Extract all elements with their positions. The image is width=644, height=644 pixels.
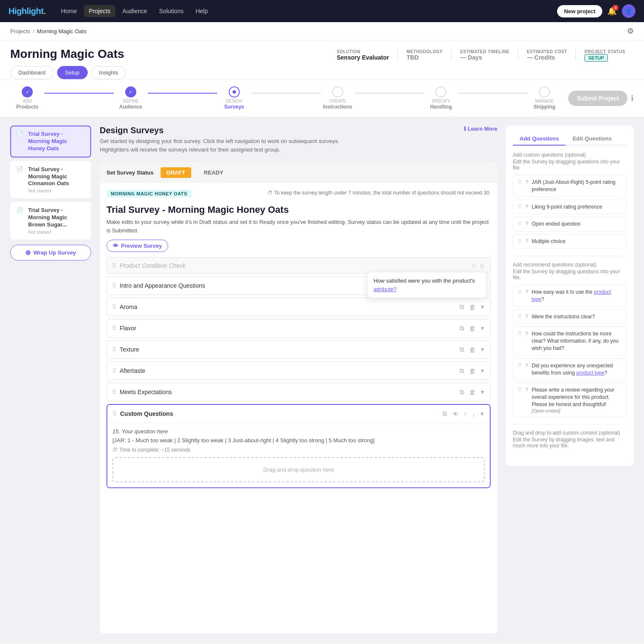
settings-icon[interactable]: ⚙ — [627, 27, 634, 35]
section-flavor-copy[interactable]: ⧉ — [459, 323, 465, 333]
section-aftertaste-header[interactable]: ⠿ Aftertaste ⧉ 🗑 ▾ — [107, 362, 490, 380]
q-easy-link[interactable]: product type — [532, 289, 611, 302]
rp-q-multiple[interactable]: ⠿ ? Multiple choice — [513, 234, 627, 249]
step-instructions-title: Instructions — [323, 104, 352, 110]
tooltip-box: How satisfied were you with the product'… — [367, 272, 486, 298]
step-products[interactable]: ✓ ADD Products — [10, 86, 44, 110]
section-flavor-delete[interactable]: 🗑 — [469, 324, 477, 333]
rp-q-benefits[interactable]: ⠿ ? Did you experience any unexpected be… — [513, 358, 627, 381]
section-texture-header[interactable]: ⠿ Texture ⧉ 🗑 ▾ — [107, 341, 490, 358]
cq-time-complete: ⏱ Time to complete: ~15 seconds — [112, 447, 485, 453]
status-ready-button[interactable]: READY — [198, 167, 230, 178]
section-aftertaste-delete[interactable]: 🗑 — [469, 366, 477, 375]
product-condition-drag: ⠿ — [112, 262, 116, 269]
section-aroma-delete[interactable]: 🗑 — [469, 303, 477, 312]
submit-help-icon[interactable]: ℹ — [631, 94, 634, 103]
delete-icon-disabled: 🗑 — [479, 262, 485, 269]
nav-help[interactable]: Help — [190, 5, 213, 17]
solution-value: Sensory Evaluator — [337, 54, 389, 61]
stepper: ✓ ADD Products ✓ DEFINE Audience DESIGN … — [0, 80, 644, 117]
section-texture-copy[interactable]: ⧉ — [459, 345, 465, 354]
q-open-drag: ⠿ — [518, 220, 522, 227]
cq-expand[interactable]: ▾ — [480, 409, 485, 418]
nav-audience[interactable]: Audience — [117, 5, 152, 17]
section-texture-expand[interactable]: ▾ — [480, 345, 485, 354]
learn-more-link[interactable]: ℹ Learn More — [464, 126, 497, 132]
step-instructions-label: CREATE — [329, 99, 346, 103]
rp-q-liking[interactable]: ⠿ ? Liking 9-point rating preference — [513, 200, 627, 215]
tab-dashboard[interactable]: Dashboard — [10, 66, 54, 79]
nav-projects[interactable]: Projects — [84, 5, 116, 17]
nav-home[interactable]: Home — [56, 5, 82, 17]
survey-1-title: Trial Survey - Morning Magic Honey Oats — [28, 131, 85, 152]
step-audience[interactable]: ✓ DEFINE Audience — [114, 86, 148, 110]
meta-solution: SOLUTION Sensory Evaluator — [337, 49, 398, 61]
section-aftertaste-copy[interactable]: ⧉ — [459, 366, 465, 375]
section-me-delete[interactable]: 🗑 — [469, 388, 477, 397]
sidebar-survey-3[interactable]: 📄 Trial Survey - Morning Magic Brown Sug… — [10, 202, 91, 240]
new-project-button[interactable]: New project — [557, 5, 602, 17]
status-label: PROJECT STATUS — [584, 49, 625, 54]
section-flavor-expand[interactable]: ▾ — [480, 323, 485, 333]
tooltip-link[interactable]: attribute? — [374, 286, 397, 292]
rp-rq-desc: Edit the Survey by dragging questions in… — [513, 269, 627, 280]
q-benefits-link[interactable]: product type — [576, 370, 604, 376]
survey-editor-title: Trial Survey - Morning Magic Honey Oats — [106, 204, 491, 215]
cq-copy[interactable]: ⧉ — [442, 409, 448, 418]
q-instructions-clear-icon: ? — [525, 330, 528, 337]
q-instructions-text: Were the instructions clear? — [532, 313, 595, 321]
rp-q-instructions-clear[interactable]: ⠿ ? How could the instructions be more c… — [513, 326, 627, 355]
survey-panel: Design Surveys Get started by designing … — [100, 126, 497, 633]
survey-3-status: Not started — [28, 229, 85, 235]
section-me-expand[interactable]: ▾ — [480, 387, 485, 397]
rp-q-instructions[interactable]: ⠿ ? Were the instructions clear? — [513, 309, 627, 324]
status-draft-button[interactable]: DRAFT — [161, 167, 191, 178]
step-shipping[interactable]: MANAGE Shipping — [527, 86, 561, 110]
step-handling[interactable]: SPECIFY Handling — [424, 86, 458, 110]
section-meets-expectations-header[interactable]: ⠿ Meets Expectations ⧉ 🗑 ▾ — [107, 383, 490, 401]
clock-icon: ⏱ — [267, 190, 273, 196]
section-aftertaste-expand[interactable]: ▾ — [480, 366, 485, 375]
section-texture-delete[interactable]: 🗑 — [469, 345, 477, 354]
drop-zone[interactable]: Drag and drop question here — [112, 457, 485, 482]
wrap-up-survey-button[interactable]: ⊕ Wrap Up Survey — [10, 245, 91, 260]
preview-survey-button[interactable]: 👁 Preview Survey — [106, 240, 168, 252]
sidebar-survey-2[interactable]: 📄 Trial Survey - Morning Magic Cinnamon … — [10, 161, 91, 199]
tab-insights[interactable]: Insights — [91, 66, 126, 79]
breadcrumb-parent[interactable]: Projects — [10, 28, 30, 34]
section-aroma-copy[interactable]: ⧉ — [459, 302, 465, 312]
rp-q-review[interactable]: ⠿ ? Please write a review regarding your… — [513, 383, 627, 417]
clock-icon-2: ⏱ — [112, 447, 118, 453]
step-surveys[interactable]: DESIGN Surveys — [217, 86, 251, 110]
avatar[interactable]: 👤 — [622, 4, 635, 18]
section-me-copy[interactable]: ⧉ — [459, 387, 465, 397]
q-jar-icon: ? — [525, 179, 528, 185]
rp-q-easy[interactable]: ⠿ ? How easy was it to use the product t… — [513, 285, 627, 307]
step-shipping-circle — [539, 86, 550, 97]
cq-down[interactable]: ↓ — [472, 409, 477, 418]
nav-solutions[interactable]: Solutions — [154, 5, 189, 17]
right-tab-edit-questions[interactable]: Edit Questions — [566, 132, 618, 146]
right-tab-add-questions[interactable]: Add Questions — [513, 132, 566, 146]
cq-drag: ⠿ — [112, 410, 117, 417]
section-aroma-header[interactable]: ⠿ Aroma ⧉ 🗑 ▾ — [107, 298, 490, 316]
section-flavor: ⠿ Flavor ⧉ 🗑 ▾ — [106, 319, 491, 338]
cq-question-number: 15. Your question here — [112, 428, 485, 435]
survey-editor: Set Survey Status DRAFT READY MORNING MA… — [100, 162, 497, 633]
design-surveys-title: Design Surveys — [100, 126, 339, 135]
step-instructions[interactable]: CREATE Instructions — [321, 86, 355, 110]
cq-up[interactable]: ↑ — [463, 409, 468, 418]
q-open-text: Open ended question — [532, 220, 581, 228]
tab-setup[interactable]: Setup — [57, 66, 88, 79]
section-flavor-header[interactable]: ⠿ Flavor ⧉ 🗑 ▾ — [107, 319, 490, 337]
rp-q-jar[interactable]: ⠿ ? JAR (Just-About-Right) 5-point ratin… — [513, 175, 627, 197]
submit-project-button[interactable]: Submit Project — [568, 91, 627, 106]
sidebar-survey-1[interactable]: 📄 Trial Survey - Morning Magic Honey Oat… — [10, 126, 91, 157]
section-me-drag: ⠿ — [112, 389, 116, 395]
cq-eye[interactable]: 👁 — [451, 409, 460, 418]
product-condition-actions: ⧉ 🗑 — [472, 262, 485, 269]
section-aroma-expand[interactable]: ▾ — [480, 302, 485, 312]
rp-q-open[interactable]: ⠿ ? Open ended question — [513, 217, 627, 232]
survey-3-icon: 📄 — [16, 207, 23, 213]
right-panel: Add Questions Edit Questions Add custom … — [506, 126, 634, 466]
